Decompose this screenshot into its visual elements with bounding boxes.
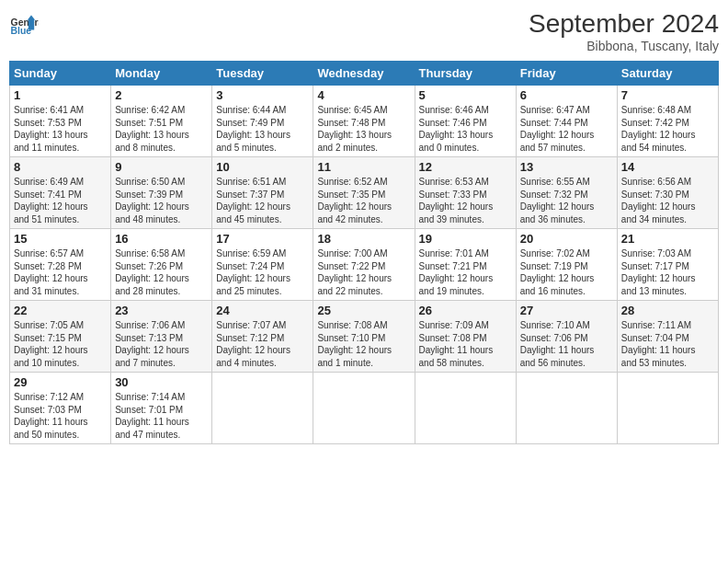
day-number: 24 <box>216 304 309 317</box>
day-info: Sunrise: 7:01 AMSunset: 7:21 PMDaylight:… <box>419 247 512 297</box>
day-number: 21 <box>621 232 714 246</box>
calendar-cell: 9Sunrise: 6:50 AMSunset: 7:39 PMDaylight… <box>111 157 212 229</box>
day-info: Sunrise: 7:07 AMSunset: 7:12 PMDaylight:… <box>216 319 309 369</box>
day-info: Sunrise: 6:48 AMSunset: 7:42 PMDaylight:… <box>621 104 714 154</box>
calendar-cell: 20Sunrise: 7:02 AMSunset: 7:19 PMDayligh… <box>516 229 617 301</box>
day-info: Sunrise: 6:55 AMSunset: 7:32 PMDaylight:… <box>520 176 613 225</box>
day-number: 28 <box>621 304 714 317</box>
day-info: Sunrise: 7:12 AMSunset: 7:03 PMDaylight:… <box>14 391 107 441</box>
weekday-header-saturday: Saturday <box>617 62 718 86</box>
day-number: 11 <box>317 160 410 174</box>
day-number: 17 <box>216 232 309 246</box>
calendar-cell <box>617 373 718 444</box>
day-number: 13 <box>520 160 613 174</box>
calendar-cell: 17Sunrise: 6:59 AMSunset: 7:24 PMDayligh… <box>212 229 313 301</box>
calendar-header: SundayMondayTuesdayWednesdayThursdayFrid… <box>10 62 719 86</box>
weekday-header-sunday: Sunday <box>10 62 111 86</box>
calendar-cell: 6Sunrise: 6:47 AMSunset: 7:44 PMDaylight… <box>516 86 617 157</box>
weekday-header-tuesday: Tuesday <box>212 62 313 86</box>
day-info: Sunrise: 6:47 AMSunset: 7:44 PMDaylight:… <box>520 104 613 154</box>
day-number: 19 <box>419 232 512 246</box>
day-number: 25 <box>317 304 410 317</box>
weekday-header-wednesday: Wednesday <box>313 62 415 86</box>
day-info: Sunrise: 6:46 AMSunset: 7:46 PMDaylight:… <box>419 104 512 154</box>
day-number: 12 <box>419 160 512 174</box>
day-number: 1 <box>14 88 107 102</box>
calendar-cell: 18Sunrise: 7:00 AMSunset: 7:22 PMDayligh… <box>313 229 415 301</box>
calendar-cell: 2Sunrise: 6:42 AMSunset: 7:51 PMDaylight… <box>111 86 212 157</box>
day-info: Sunrise: 7:03 AMSunset: 7:17 PMDaylight:… <box>621 247 714 297</box>
calendar-cell: 13Sunrise: 6:55 AMSunset: 7:32 PMDayligh… <box>516 157 617 229</box>
day-info: Sunrise: 7:05 AMSunset: 7:15 PMDaylight:… <box>14 319 107 369</box>
weekday-header-friday: Friday <box>516 62 617 86</box>
calendar-cell: 21Sunrise: 7:03 AMSunset: 7:17 PMDayligh… <box>617 229 718 301</box>
day-info: Sunrise: 6:49 AMSunset: 7:41 PMDaylight:… <box>14 176 107 225</box>
day-info: Sunrise: 6:45 AMSunset: 7:48 PMDaylight:… <box>317 104 410 154</box>
calendar-cell: 22Sunrise: 7:05 AMSunset: 7:15 PMDayligh… <box>10 301 111 373</box>
day-info: Sunrise: 6:58 AMSunset: 7:26 PMDaylight:… <box>115 247 208 297</box>
calendar-cell: 1Sunrise: 6:41 AMSunset: 7:53 PMDaylight… <box>10 86 111 157</box>
day-number: 2 <box>115 88 208 102</box>
logo-icon: General Blue <box>9 9 39 39</box>
day-info: Sunrise: 7:06 AMSunset: 7:13 PMDaylight:… <box>115 319 208 369</box>
month-title: September 2024 <box>529 9 719 39</box>
day-info: Sunrise: 6:41 AMSunset: 7:53 PMDaylight:… <box>14 104 107 154</box>
calendar-cell: 29Sunrise: 7:12 AMSunset: 7:03 PMDayligh… <box>10 373 111 444</box>
day-number: 5 <box>419 88 512 102</box>
calendar-cell: 10Sunrise: 6:51 AMSunset: 7:37 PMDayligh… <box>212 157 313 229</box>
day-number: 9 <box>115 160 208 174</box>
calendar-cell: 24Sunrise: 7:07 AMSunset: 7:12 PMDayligh… <box>212 301 313 373</box>
calendar-cell: 8Sunrise: 6:49 AMSunset: 7:41 PMDaylight… <box>10 157 111 229</box>
day-number: 30 <box>115 375 208 389</box>
calendar: SundayMondayTuesdayWednesdayThursdayFrid… <box>9 61 719 444</box>
day-info: Sunrise: 6:56 AMSunset: 7:30 PMDaylight:… <box>621 176 714 225</box>
day-info: Sunrise: 7:08 AMSunset: 7:10 PMDaylight:… <box>317 319 410 369</box>
day-number: 20 <box>520 232 613 246</box>
day-number: 22 <box>14 304 107 317</box>
day-number: 3 <box>216 88 309 102</box>
calendar-cell: 19Sunrise: 7:01 AMSunset: 7:21 PMDayligh… <box>415 229 516 301</box>
calendar-cell: 14Sunrise: 6:56 AMSunset: 7:30 PMDayligh… <box>617 157 718 229</box>
day-number: 8 <box>14 160 107 174</box>
weekday-header-monday: Monday <box>111 62 212 86</box>
calendar-cell: 5Sunrise: 6:46 AMSunset: 7:46 PMDaylight… <box>415 86 516 157</box>
day-info: Sunrise: 6:57 AMSunset: 7:28 PMDaylight:… <box>14 247 107 297</box>
calendar-cell: 16Sunrise: 6:58 AMSunset: 7:26 PMDayligh… <box>111 229 212 301</box>
day-info: Sunrise: 6:50 AMSunset: 7:39 PMDaylight:… <box>115 176 208 225</box>
calendar-cell: 25Sunrise: 7:08 AMSunset: 7:10 PMDayligh… <box>313 301 415 373</box>
day-info: Sunrise: 7:10 AMSunset: 7:06 PMDaylight:… <box>520 319 613 369</box>
calendar-cell <box>212 373 313 444</box>
calendar-cell: 28Sunrise: 7:11 AMSunset: 7:04 PMDayligh… <box>617 301 718 373</box>
day-info: Sunrise: 7:00 AMSunset: 7:22 PMDaylight:… <box>317 247 410 297</box>
calendar-body: 1Sunrise: 6:41 AMSunset: 7:53 PMDaylight… <box>10 86 719 444</box>
day-number: 15 <box>14 232 107 246</box>
day-info: Sunrise: 7:14 AMSunset: 7:01 PMDaylight:… <box>115 391 208 441</box>
day-number: 29 <box>14 375 107 389</box>
day-info: Sunrise: 6:51 AMSunset: 7:37 PMDaylight:… <box>216 176 309 225</box>
calendar-cell: 26Sunrise: 7:09 AMSunset: 7:08 PMDayligh… <box>415 301 516 373</box>
day-info: Sunrise: 6:53 AMSunset: 7:33 PMDaylight:… <box>419 176 512 225</box>
location: Bibbona, Tuscany, Italy <box>529 39 719 53</box>
calendar-cell: 3Sunrise: 6:44 AMSunset: 7:49 PMDaylight… <box>212 86 313 157</box>
calendar-cell: 15Sunrise: 6:57 AMSunset: 7:28 PMDayligh… <box>10 229 111 301</box>
day-number: 27 <box>520 304 613 317</box>
calendar-cell <box>313 373 415 444</box>
page-header: General Blue September 2024 Bibbona, Tus… <box>9 9 719 53</box>
day-info: Sunrise: 6:42 AMSunset: 7:51 PMDaylight:… <box>115 104 208 154</box>
day-info: Sunrise: 7:02 AMSunset: 7:19 PMDaylight:… <box>520 247 613 297</box>
calendar-cell <box>415 373 516 444</box>
calendar-week-1: 1Sunrise: 6:41 AMSunset: 7:53 PMDaylight… <box>10 86 719 157</box>
day-info: Sunrise: 6:44 AMSunset: 7:49 PMDaylight:… <box>216 104 309 154</box>
day-number: 18 <box>317 232 410 246</box>
calendar-cell: 30Sunrise: 7:14 AMSunset: 7:01 PMDayligh… <box>111 373 212 444</box>
day-number: 26 <box>419 304 512 317</box>
title-section: September 2024 Bibbona, Tuscany, Italy <box>529 9 719 53</box>
calendar-cell: 23Sunrise: 7:06 AMSunset: 7:13 PMDayligh… <box>111 301 212 373</box>
day-info: Sunrise: 7:09 AMSunset: 7:08 PMDaylight:… <box>419 319 512 369</box>
calendar-week-4: 22Sunrise: 7:05 AMSunset: 7:15 PMDayligh… <box>10 301 719 373</box>
day-number: 14 <box>621 160 714 174</box>
weekday-header-thursday: Thursday <box>415 62 516 86</box>
logo: General Blue <box>9 9 39 39</box>
day-number: 4 <box>317 88 410 102</box>
day-number: 7 <box>621 88 714 102</box>
